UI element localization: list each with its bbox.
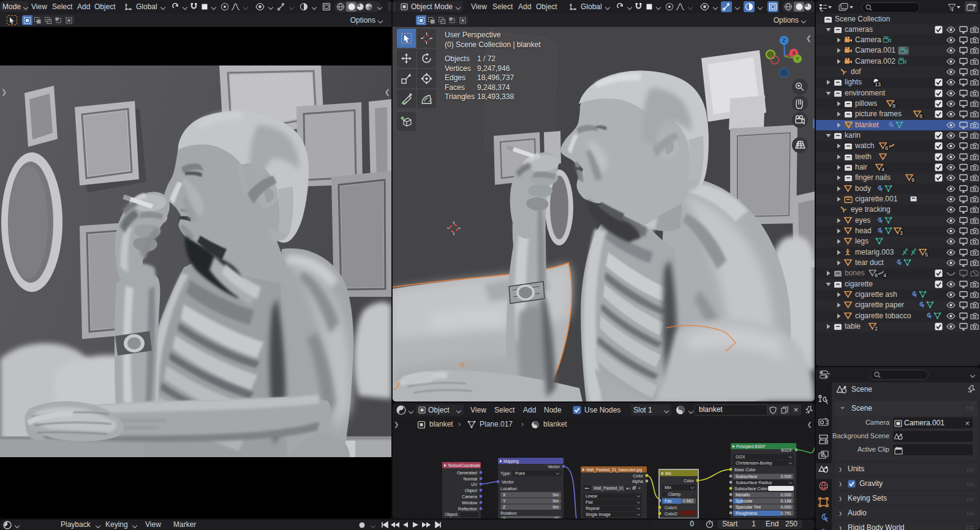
- svg-text:0.000: 0.000: [780, 505, 791, 509]
- svg-text:Type:: Type:: [500, 471, 511, 476]
- svg-text:0.000: 0.000: [780, 474, 791, 479]
- svg-text:Mapping: Mapping: [503, 459, 519, 464]
- svg-text:0m: 0m: [552, 505, 559, 509]
- svg-text:Mix: Mix: [665, 471, 672, 476]
- svg-text:Vector: Vector: [502, 480, 514, 484]
- svg-text:Color1: Color1: [665, 506, 677, 510]
- svg-text:🗊: 🗊: [632, 486, 636, 490]
- svg-text:Object:: Object:: [445, 512, 458, 517]
- svg-text:Metallic: Metallic: [736, 493, 750, 497]
- svg-text:Subsurface Color: Subsurface Color: [734, 487, 768, 491]
- svg-text:Alpha: Alpha: [632, 479, 643, 484]
- svg-text:Fac: Fac: [665, 499, 672, 503]
- svg-text:Location:: Location:: [500, 487, 518, 491]
- svg-text:Principled BSDF: Principled BSDF: [736, 444, 766, 449]
- svg-text:Camera: Camera: [462, 495, 477, 499]
- svg-text:Point: Point: [515, 471, 525, 476]
- svg-text:0.168: 0.168: [780, 499, 791, 503]
- svg-text:0.791: 0.791: [780, 511, 791, 515]
- svg-text:Generated: Generated: [457, 471, 477, 475]
- svg-text:Single Image: Single Image: [586, 512, 611, 517]
- svg-text:●: ●: [626, 486, 628, 490]
- svg-text:BSDF: BSDF: [781, 448, 793, 452]
- svg-text:0.000: 0.000: [780, 493, 791, 497]
- svg-text:Vector: Vector: [548, 465, 560, 469]
- svg-text:0m: 0m: [552, 493, 559, 497]
- svg-text:Roughness: Roughness: [736, 511, 758, 516]
- svg-text:0.582: 0.582: [682, 499, 693, 503]
- svg-text:0m: 0m: [552, 499, 559, 503]
- svg-text:Color: Color: [684, 479, 694, 483]
- svg-text:Color: Color: [633, 474, 643, 478]
- svg-text:Specular Tint: Specular Tint: [736, 505, 761, 510]
- svg-text:Subsurface: Subsurface: [736, 474, 758, 479]
- svg-text:Specular: Specular: [736, 499, 753, 504]
- svg-text:UV: UV: [471, 482, 477, 487]
- svg-text:GGX: GGX: [736, 455, 745, 459]
- svg-text:Flat: Flat: [586, 500, 593, 504]
- svg-text:Clamp: Clamp: [668, 492, 680, 497]
- svg-text:Christensen-Burley: Christensen-Burley: [736, 461, 772, 466]
- svg-text:Reflection: Reflection: [458, 507, 477, 511]
- svg-text:Repeat: Repeat: [586, 506, 600, 511]
- svg-text:0°: 0°: [554, 517, 559, 518]
- svg-text:Object: Object: [465, 488, 477, 493]
- svg-text:Z: Z: [782, 37, 786, 43]
- svg-text:Z: Z: [503, 505, 506, 509]
- svg-text:Subsurface Radius: Subsurface Radius: [736, 480, 772, 485]
- svg-text:Window: Window: [462, 501, 478, 505]
- svg-text:Base Color: Base Color: [734, 468, 756, 472]
- svg-text:Y: Y: [796, 56, 799, 62]
- svg-text:TextureCoordinate: TextureCoordinate: [448, 463, 480, 468]
- svg-text:X: X: [503, 493, 506, 497]
- svg-text:Linear: Linear: [586, 494, 598, 498]
- svg-text:Mix: Mix: [665, 485, 671, 490]
- svg-text:Y: Y: [503, 499, 506, 503]
- svg-text:Normal: Normal: [463, 477, 477, 481]
- svg-text:Color2: Color2: [665, 512, 677, 516]
- svg-text:Wall_Padded_01_basecolor.jpg: Wall_Padded_01_basecolor.jpg: [586, 468, 643, 472]
- svg-text:X: X: [503, 517, 506, 518]
- svg-text:Rotation:: Rotation:: [500, 511, 518, 515]
- svg-text:×: ×: [638, 486, 641, 490]
